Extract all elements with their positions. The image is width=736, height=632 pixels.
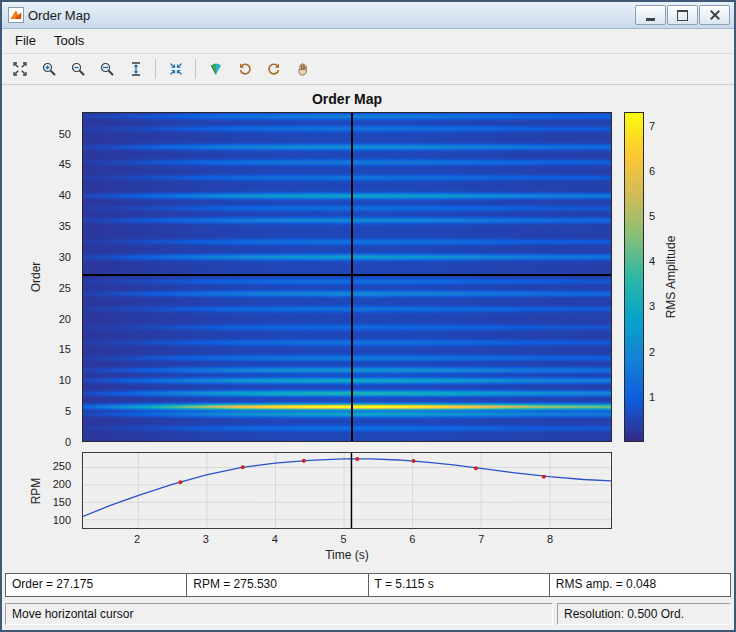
resolution-readout: Resolution: 0.500 Ord. xyxy=(557,603,731,625)
toolbar-separator xyxy=(195,59,196,79)
time-readout: T = 5.115 s xyxy=(368,573,550,597)
zoom-out-icon xyxy=(70,61,86,77)
close-button[interactable] xyxy=(699,5,730,25)
maximize-axes-button[interactable] xyxy=(6,56,33,83)
rpm-tick-label: 150 xyxy=(53,496,71,508)
colorbar-tick-label: 1 xyxy=(649,391,655,403)
status-message: Move horizontal cursor xyxy=(5,603,553,625)
plot-title: Order Map xyxy=(82,91,612,107)
rpm-tick-label: 100 xyxy=(53,514,71,526)
rpm-plot[interactable] xyxy=(82,452,612,529)
menu-file[interactable]: File xyxy=(6,29,45,53)
colorbar-label: RMS Amplitude xyxy=(662,112,680,442)
order-tick-label: 50 xyxy=(59,128,71,140)
order-tick-label: 40 xyxy=(59,189,71,201)
colorbar-tick-label: 5 xyxy=(649,210,655,222)
time-axis-ticks: 2345678 xyxy=(82,532,612,546)
colorbar[interactable] xyxy=(624,112,644,442)
colorbar-tick-label: 6 xyxy=(649,165,655,177)
zoom-in-button[interactable] xyxy=(35,56,62,83)
order-tick-label: 15 xyxy=(59,343,71,355)
undo-arrow-icon xyxy=(237,61,253,77)
order-map-plot[interactable] xyxy=(82,112,612,442)
colorbar-ticks: 1234567 xyxy=(647,112,663,442)
order-tick-label: 20 xyxy=(59,313,71,325)
colorbar-tick-label: 3 xyxy=(649,300,655,312)
redo-view-button[interactable] xyxy=(260,56,287,83)
time-tick-label: 5 xyxy=(340,533,346,545)
order-tick-label: 10 xyxy=(59,374,71,386)
maximize-button[interactable] xyxy=(667,5,698,25)
statusbar: Move horizontal cursor Resolution: 0.500… xyxy=(2,598,734,630)
expand-arrows-icon xyxy=(12,61,28,77)
fit-y-icon xyxy=(128,61,144,77)
rpm-tick-label: 200 xyxy=(53,478,71,490)
order-readout: Order = 27.175 xyxy=(5,573,187,597)
order-tick-label: 45 xyxy=(59,158,71,170)
rms-readout: RMS amp. = 0.048 xyxy=(549,573,731,597)
close-icon xyxy=(710,10,720,20)
time-tick-label: 2 xyxy=(134,533,140,545)
undo-view-button[interactable] xyxy=(231,56,258,83)
toolbar xyxy=(2,54,734,85)
colorbar-tick-label: 7 xyxy=(649,120,655,132)
redo-arrow-icon xyxy=(266,61,282,77)
matlab-figure-icon xyxy=(8,7,24,23)
time-tick-label: 7 xyxy=(478,533,484,545)
colorbar-tick-label: 4 xyxy=(649,255,655,267)
zoom-in-icon xyxy=(41,61,57,77)
zoom-x-icon xyxy=(99,61,115,77)
time-axis-label: Time (s) xyxy=(82,548,612,562)
titlebar[interactable]: Order Map xyxy=(2,2,734,29)
figure-area: Order Map Order 05101520253035404550 123… xyxy=(2,85,734,571)
restore-view-icon xyxy=(168,61,184,77)
order-tick-label: 25 xyxy=(59,282,71,294)
time-tick-label: 6 xyxy=(409,533,415,545)
colormap-fan-icon xyxy=(208,61,224,77)
order-cursor-line[interactable] xyxy=(83,274,611,276)
time-tick-label: 4 xyxy=(272,533,278,545)
rpm-axis-ticks: 100150200250 xyxy=(2,452,78,529)
colorbar-tick-label: 2 xyxy=(649,346,655,358)
rpm-canvas[interactable] xyxy=(83,453,611,528)
fit-y-button[interactable] xyxy=(122,56,149,83)
pan-button[interactable] xyxy=(289,56,316,83)
colormap-button[interactable] xyxy=(202,56,229,83)
time-tick-label: 3 xyxy=(203,533,209,545)
order-axis-ticks: 05101520253035404550 xyxy=(2,112,78,442)
order-map-canvas[interactable] xyxy=(83,113,611,441)
order-tick-label: 35 xyxy=(59,220,71,232)
order-tick-label: 30 xyxy=(59,251,71,263)
window-controls xyxy=(635,5,730,25)
menubar: File Tools xyxy=(2,29,734,54)
zoom-out-button[interactable] xyxy=(64,56,91,83)
order-tick-label: 0 xyxy=(65,436,71,448)
time-cursor-line[interactable] xyxy=(351,113,353,441)
readout-bar: Order = 27.175 RPM = 275.530 T = 5.115 s… xyxy=(5,573,731,597)
zoom-x-button[interactable] xyxy=(93,56,120,83)
rpm-tick-label: 250 xyxy=(53,460,71,472)
minimize-icon xyxy=(646,18,655,21)
rpm-readout: RPM = 275.530 xyxy=(186,573,368,597)
minimize-button[interactable] xyxy=(635,5,666,25)
menu-tools[interactable]: Tools xyxy=(45,29,93,53)
order-map-window: Order Map File Tools xyxy=(0,0,736,632)
order-tick-label: 5 xyxy=(65,405,71,417)
time-tick-label: 8 xyxy=(547,533,553,545)
pan-hand-icon xyxy=(295,61,311,77)
window-title: Order Map xyxy=(28,8,635,23)
toolbar-separator xyxy=(155,59,156,79)
maximize-icon xyxy=(677,10,688,21)
restore-view-button[interactable] xyxy=(162,56,189,83)
